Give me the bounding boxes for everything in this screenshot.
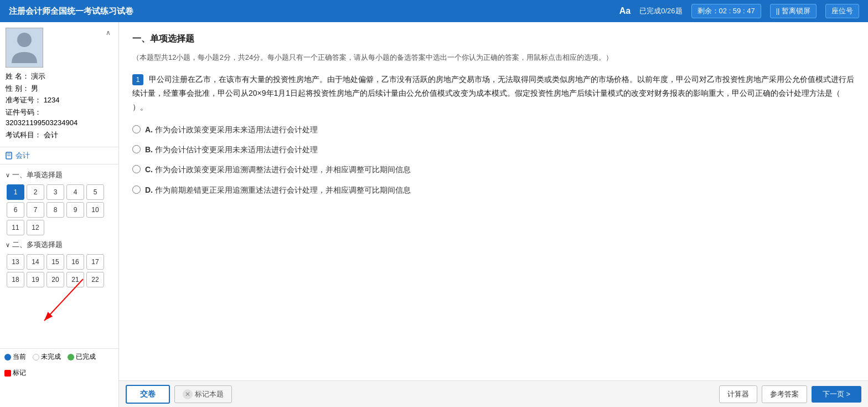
question-btn-3[interactable]: 3 — [46, 184, 64, 200]
radio-a[interactable] — [132, 125, 141, 133]
question-section-title: 一、单项选择题 — [132, 33, 855, 45]
question-btn-1[interactable]: 1 — [7, 184, 24, 200]
subject-section: 会计 — [0, 147, 118, 164]
svg-point-0 — [17, 33, 32, 47]
submit-button[interactable]: 交卷 — [126, 385, 170, 404]
question-btn-6[interactable]: 6 — [7, 202, 24, 218]
question-btn-7[interactable]: 7 — [27, 202, 44, 218]
question-number: 1 — [132, 74, 143, 85]
mark-icon: ✕ — [183, 389, 193, 399]
font-size-icon[interactable]: Aa — [619, 6, 631, 16]
question-btn-22[interactable]: 22 — [86, 272, 104, 287]
collapse-button[interactable]: ∧ — [104, 28, 113, 38]
question-btn-2[interactable]: 2 — [27, 184, 44, 200]
progress-text: 已完成0/26题 — [639, 6, 682, 16]
chevron-icon: ∨ — [6, 172, 10, 179]
question-btn-8[interactable]: 8 — [46, 202, 64, 218]
timer-display: 剩余：02 : 59 : 47 — [691, 4, 761, 18]
mark-button[interactable]: ✕ 标记本题 — [174, 385, 232, 403]
chevron-icon-2: ∨ — [6, 241, 10, 249]
question-btn-9[interactable]: 9 — [66, 202, 84, 218]
legend-uncomplete: 未完成 — [33, 352, 61, 362]
current-dot — [4, 354, 11, 360]
question-block: 1 甲公司注册在乙市，在该市有大量的投资性房地产。由于地处偏僻，乙市没有活跃的房… — [132, 73, 855, 196]
book-icon — [6, 152, 13, 159]
question-btn-4[interactable]: 4 — [66, 184, 84, 200]
question-btn-16[interactable]: 16 — [66, 254, 84, 270]
question-btn-13[interactable]: 13 — [7, 254, 24, 270]
question-btn-20[interactable]: 20 — [46, 272, 64, 287]
option-a[interactable]: A. 作为会计政策变更采用未来适用法进行会计处理 — [132, 123, 855, 136]
options-list: A. 作为会计政策变更采用未来适用法进行会计处理 B. 作为会计估计变更采用未来… — [132, 123, 855, 197]
section-description: （本题型共12小题，每小题2分，共24分。每小题只有一个正确答案，请从每小题的备… — [132, 51, 855, 64]
section-1-header[interactable]: ∨ 一、单项选择题 — [2, 168, 116, 182]
question-text: 1 甲公司注册在乙市，在该市有大量的投资性房地产。由于地处偏僻，乙市没有活跃的房… — [132, 73, 855, 115]
radio-d[interactable] — [132, 186, 141, 194]
option-b[interactable]: B. 作为会计估计变更采用未来适用法进行会计处理 — [132, 143, 855, 156]
option-c[interactable]: C. 作为会计政策变更采用追溯调整法进行会计处理，并相应调整可比期间信息 — [132, 163, 855, 176]
question-btn-14[interactable]: 14 — [27, 254, 44, 270]
question-btn-12[interactable]: 12 — [27, 220, 44, 235]
uncomplete-dot — [33, 354, 39, 360]
question-btn-11[interactable]: 11 — [7, 220, 24, 235]
profile-section: ∧ 姓 名： 演示 性 别： 男 准考证号： 1234 证件号码： 320321… — [0, 22, 118, 147]
legend-marked: 标记 — [4, 368, 26, 378]
header: 注册会计师全国统一考试练习试卷 Aa 已完成0/26题 剩余：02 : 59 :… — [0, 0, 868, 22]
legend-complete: 已完成 — [68, 352, 96, 362]
seat-label: 座位号 — [825, 4, 859, 18]
profile-subject: 考试科目： 会计 — [6, 130, 113, 141]
question-btn-5[interactable]: 5 — [86, 184, 104, 200]
sidebar-collapse-handle[interactable]: ◀ — [118, 204, 119, 226]
profile-exam-id: 准考证号： 1234 — [6, 95, 113, 106]
footer-right: 计算器 参考答案 下一页 > — [719, 385, 861, 403]
legend-current: 当前 — [4, 352, 26, 362]
subject-label[interactable]: 会计 — [6, 151, 113, 161]
question-btn-19[interactable]: 19 — [27, 272, 44, 287]
section-1-grid: 1 2 3 4 5 6 7 8 9 10 11 12 — [2, 182, 116, 238]
footer-toolbar: 交卷 ✕ 标记本题 计算器 参考答案 下一页 > — [119, 380, 868, 407]
legend-section: 当前 未完成 已完成 标记 — [0, 348, 118, 381]
section-2-grid: 13 14 15 16 17 18 19 20 21 22 — [2, 252, 116, 290]
radio-b[interactable] — [132, 145, 141, 153]
sidebar: ∧ 姓 名： 演示 性 别： 男 准考证号： 1234 证件号码： 320321… — [0, 22, 119, 407]
question-btn-18[interactable]: 18 — [7, 272, 24, 287]
question-btn-10[interactable]: 10 — [86, 202, 104, 218]
profile-gender: 性 别： 男 — [6, 83, 113, 94]
question-btn-15[interactable]: 15 — [46, 254, 64, 270]
profile-name: 姓 名： 演示 — [6, 71, 113, 82]
marked-dot — [4, 370, 11, 377]
option-d[interactable]: D. 作为前期差错更正采用追溯重述法进行会计处理，并相应调整可比期间信息 — [132, 184, 855, 196]
complete-dot — [68, 354, 74, 360]
question-btn-17[interactable]: 17 — [86, 254, 104, 270]
profile-id-card: 证件号码： 320321199503234904 — [6, 107, 113, 128]
footer-left: 交卷 ✕ 标记本题 — [126, 385, 232, 404]
profile-info: 姓 名： 演示 性 别： 男 准考证号： 1234 证件号码： 32032119… — [6, 71, 113, 141]
content-area: 一、单项选择题 （本题型共12小题，每小题2分，共24分。每小题只有一个正确答案… — [119, 22, 868, 380]
section-2-header[interactable]: ∨ 二、多项选择题 — [2, 238, 116, 252]
header-right: Aa 已完成0/26题 剩余：02 : 59 : 47 || 暂离锁屏 座位号 — [619, 4, 859, 18]
reference-answer-button[interactable]: 参考答案 — [762, 385, 807, 403]
calculator-button[interactable]: 计算器 — [719, 385, 757, 403]
avatar — [6, 28, 43, 68]
radio-c[interactable] — [132, 165, 141, 173]
page-title: 注册会计师全国统一考试练习试卷 — [9, 6, 133, 17]
pause-button[interactable]: || 暂离锁屏 — [770, 4, 817, 18]
question-nav: ∨ 一、单项选择题 1 2 3 4 5 6 7 8 9 10 11 12 ∨ 二… — [0, 164, 118, 293]
next-page-button[interactable]: 下一页 > — [812, 386, 861, 403]
question-btn-21[interactable]: 21 — [66, 272, 84, 287]
